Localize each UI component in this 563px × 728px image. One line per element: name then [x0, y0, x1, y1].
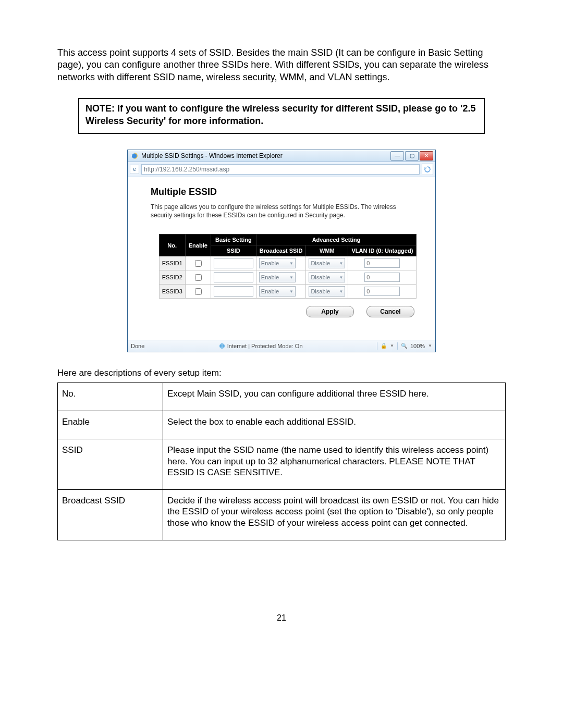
table-row: ESSID2Enable▼Disable▼	[159, 270, 417, 285]
close-button[interactable]: ✕	[420, 151, 433, 161]
table-row: ESSID1Enable▼Disable▼	[159, 256, 417, 270]
note-box: NOTE: If you want to configure the wirel…	[78, 98, 485, 134]
vlan-input[interactable]	[364, 258, 400, 268]
favicon-icon: e	[130, 165, 139, 174]
enable-checkbox[interactable]	[195, 274, 202, 281]
description-term: Enable	[58, 411, 163, 439]
row-label: ESSID1	[159, 256, 185, 270]
col-vlan: VLAN ID (0: Untagged)	[348, 245, 417, 256]
chevron-down-icon: ▼	[289, 261, 293, 266]
window-title: Multiple SSID Settings - Windows Interne…	[141, 152, 283, 159]
description-text: Decide if the wireless access point will…	[163, 490, 506, 540]
chevron-down-icon: ▼	[339, 275, 343, 280]
ssid-input[interactable]	[214, 272, 253, 282]
chevron-down-icon: ▼	[339, 289, 343, 294]
title-bar: Multiple SSID Settings - Windows Interne…	[128, 150, 435, 162]
wmm-select[interactable]: Disable▼	[309, 272, 345, 282]
enable-checkbox[interactable]	[195, 260, 202, 267]
col-advanced: Advanced Setting	[256, 235, 416, 245]
col-broadcast: Broadcast SSID	[256, 245, 306, 256]
table-row: ESSID3Enable▼Disable▼	[159, 285, 417, 299]
row-label: ESSID2	[159, 270, 185, 285]
zoom-value: 100%	[410, 343, 425, 349]
description-term: SSID	[58, 439, 163, 490]
table-row: Broadcast SSIDDecide if the wireless acc…	[58, 490, 506, 540]
table-row: SSIDPlease input the SSID name (the name…	[58, 439, 506, 490]
address-bar: e	[128, 162, 435, 177]
chevron-down-icon: ▼	[339, 261, 343, 266]
chevron-down-icon[interactable]: ▼	[428, 343, 432, 348]
minimize-button[interactable]: —	[390, 151, 404, 161]
ssid-input[interactable]	[214, 286, 253, 297]
apply-button[interactable]: Apply	[306, 306, 354, 317]
zoom-icon[interactable]: 🔍	[401, 343, 407, 349]
status-bar: Done Internet | Protected Mode: On 🔒 ▼ 🔍…	[128, 340, 435, 352]
broadcast-select[interactable]: Enable▼	[259, 272, 296, 282]
page-description: This page allows you to configure the wi…	[151, 203, 401, 219]
refresh-button[interactable]	[422, 164, 433, 175]
intro-text: This access point supports 4 sets of SSI…	[57, 47, 506, 83]
maximize-button[interactable]: ▢	[405, 151, 419, 161]
separator	[377, 342, 377, 350]
vlan-input[interactable]	[364, 273, 400, 282]
description-term: Broadcast SSID	[58, 490, 163, 540]
globe-icon	[219, 343, 225, 349]
col-basic: Basic Setting	[211, 235, 256, 245]
essid-table: No. Enable Basic Setting Advanced Settin…	[159, 234, 417, 299]
row-label: ESSID3	[159, 285, 185, 299]
wmm-select[interactable]: Disable▼	[309, 258, 345, 268]
security-icon[interactable]: 🔒	[381, 343, 387, 349]
description-term: No.	[58, 382, 163, 411]
description-text: Except Main SSID, you can configure addi…	[163, 382, 506, 411]
descriptions-intro: Here are descriptions of every setup ite…	[57, 368, 506, 378]
wmm-select[interactable]: Disable▼	[309, 286, 345, 297]
col-no: No.	[159, 235, 185, 256]
ie-icon	[131, 152, 138, 159]
enable-checkbox[interactable]	[195, 288, 202, 295]
broadcast-select[interactable]: Enable▼	[259, 286, 296, 297]
description-text: Please input the SSID name (the name use…	[163, 439, 506, 490]
broadcast-select[interactable]: Enable▼	[259, 258, 296, 268]
descriptions-table: No.Except Main SSID, you can configure a…	[57, 382, 506, 540]
status-text: Done	[131, 343, 144, 349]
chevron-down-icon[interactable]: ▼	[390, 343, 394, 348]
content-area: Multiple ESSID This page allows you to c…	[128, 177, 435, 340]
vlan-input[interactable]	[364, 287, 400, 296]
chevron-down-icon: ▼	[289, 275, 293, 280]
page-title: Multiple ESSID	[151, 187, 425, 198]
protected-mode-text: Internet | Protected Mode: On	[227, 343, 303, 349]
cancel-button[interactable]: Cancel	[366, 306, 414, 317]
col-wmm: WMM	[306, 245, 348, 256]
table-row: No.Except Main SSID, you can configure a…	[58, 382, 506, 411]
browser-window: Multiple SSID Settings - Windows Interne…	[127, 150, 436, 352]
description-text: Select the box to enable each additional…	[163, 411, 506, 439]
ssid-input[interactable]	[214, 258, 253, 268]
separator	[397, 342, 398, 350]
url-field[interactable]	[141, 164, 420, 175]
col-ssid: SSID	[211, 245, 256, 256]
chevron-down-icon: ▼	[289, 289, 293, 294]
page-number: 21	[57, 613, 506, 623]
table-row: EnableSelect the box to enable each addi…	[58, 411, 506, 439]
col-enable: Enable	[185, 235, 211, 256]
